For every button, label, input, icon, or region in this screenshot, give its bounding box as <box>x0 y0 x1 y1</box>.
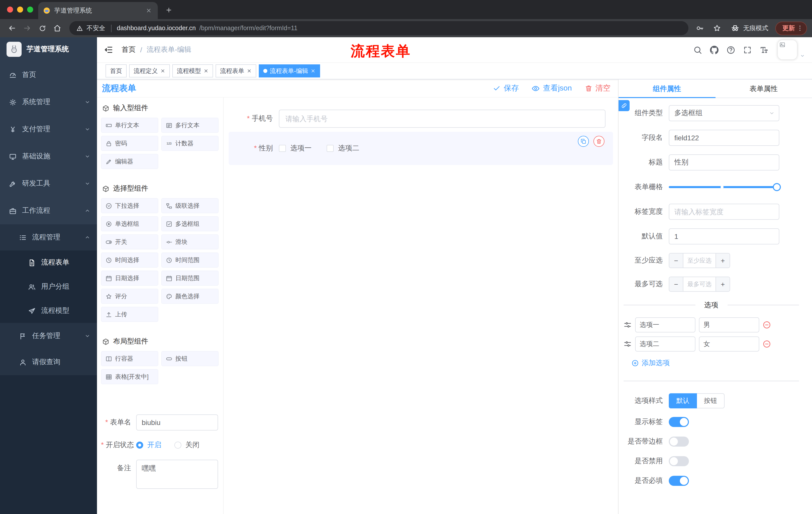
min-count-input[interactable] <box>684 253 716 268</box>
remark-textarea[interactable]: 嘿嘿 <box>136 460 218 489</box>
sidebar-item-process-management[interactable]: 流程管理 <box>0 224 97 250</box>
palette-item-single-line-text[interactable]: 单行文本 <box>101 118 158 133</box>
disabled-toggle[interactable] <box>669 456 689 466</box>
style-button-button[interactable]: 按钮 <box>697 393 725 408</box>
remove-option-button[interactable] <box>763 321 771 329</box>
close-tag-icon[interactable] <box>247 69 252 74</box>
palette-item-time-range[interactable]: 时间范围 <box>161 252 219 268</box>
menu-dots-icon[interactable] <box>796 25 804 32</box>
palette-item-radio-group[interactable]: 单选框组 <box>101 216 158 231</box>
palette-item-button[interactable]: 按钮 <box>161 351 219 366</box>
palette-item-cascader[interactable]: 级联选择 <box>161 198 219 213</box>
increase-button[interactable] <box>716 253 730 268</box>
slider-handle[interactable] <box>773 183 781 191</box>
close-tag-icon[interactable] <box>203 69 208 74</box>
help-icon[interactable] <box>727 46 735 54</box>
palette-item-checkbox-group[interactable]: 多选框组 <box>161 216 219 231</box>
palette-item-password[interactable]: 密码 <box>101 136 158 151</box>
gender-option-2[interactable]: 选项二 <box>327 144 359 153</box>
search-icon[interactable] <box>693 46 702 54</box>
option-value-input[interactable] <box>699 317 759 332</box>
close-tab-icon[interactable] <box>145 6 153 15</box>
tab-form-properties[interactable]: 表单属性 <box>715 79 812 98</box>
minimize-window-button[interactable] <box>17 6 23 12</box>
show-label-toggle[interactable] <box>669 417 689 427</box>
checkbox-box[interactable] <box>327 145 334 152</box>
fullscreen-icon[interactable] <box>743 46 752 54</box>
avatar[interactable] <box>777 40 798 60</box>
sidebar-logo[interactable]: 芋道管理系统 <box>0 37 97 61</box>
sidebar-item-leave-query[interactable]: 请假查询 <box>0 349 97 375</box>
tag-process-model[interactable]: 流程模型 <box>172 64 213 77</box>
palette-item-date-picker[interactable]: 日期选择 <box>101 271 158 286</box>
close-tag-icon[interactable] <box>311 69 316 74</box>
drag-handle-icon[interactable] <box>624 321 632 329</box>
form-name-input[interactable] <box>136 414 218 431</box>
breadcrumb-home[interactable]: 首页 <box>122 45 136 54</box>
palette-item-rate[interactable]: 评分 <box>101 289 158 304</box>
status-radio-off[interactable]: 关闭 <box>174 440 200 450</box>
palette-item-slider[interactable]: 滑块 <box>161 234 219 249</box>
sidebar-item-dev-tools[interactable]: 研发工具 <box>0 170 97 197</box>
palette-item-editor[interactable]: 编辑器 <box>101 154 158 169</box>
component-type-select[interactable]: 多选框组 <box>669 105 779 121</box>
decrease-button[interactable] <box>669 277 684 291</box>
sidebar-item-process-model[interactable]: 流程模型 <box>0 299 97 323</box>
palette-item-table[interactable]: 表格[开发中] <box>101 369 158 384</box>
default-value-input[interactable] <box>669 228 779 244</box>
option-name-input[interactable] <box>635 336 695 352</box>
phone-field-row[interactable]: 手机号 <box>229 110 613 128</box>
palette-item-color-picker[interactable]: 颜色选择 <box>161 289 219 304</box>
copy-component-button[interactable] <box>578 136 589 147</box>
border-toggle[interactable] <box>669 437 689 447</box>
new-tab-button[interactable] <box>162 3 176 17</box>
gender-option-1[interactable]: 选项一 <box>279 144 312 153</box>
sidebar-item-task-management[interactable]: 任务管理 <box>0 323 97 349</box>
increase-button[interactable] <box>716 277 730 291</box>
palette-item-switch[interactable]: 开关 <box>101 234 158 249</box>
sidebar-item-process-form[interactable]: 流程表单 <box>0 250 97 275</box>
github-icon[interactable] <box>710 46 719 54</box>
status-radio-on[interactable]: 开启 <box>136 440 161 450</box>
drag-handle-icon[interactable] <box>624 340 632 348</box>
forward-button[interactable] <box>20 21 34 35</box>
palette-item-counter[interactable]: 计数器 <box>161 136 219 151</box>
form-canvas[interactable]: 手机号 性别 <box>224 98 618 514</box>
palette-item-multiline-text[interactable]: 多行文本 <box>161 118 219 133</box>
close-tag-icon[interactable] <box>160 69 165 74</box>
field-name-input[interactable] <box>669 130 779 146</box>
close-window-button[interactable] <box>7 6 13 12</box>
remove-option-button[interactable] <box>763 340 771 348</box>
option-name-input[interactable] <box>635 317 695 332</box>
user-menu[interactable] <box>777 40 805 60</box>
tag-process-definition[interactable]: 流程定义 <box>129 64 170 77</box>
gender-field-selected[interactable]: 性别 选项一 选项二 <box>229 132 613 165</box>
address-bar[interactable]: 不安全 dashboard.yudao.iocoder.cn/bpm/manag… <box>69 21 688 35</box>
view-json-button[interactable]: 查看json <box>532 83 572 93</box>
password-key-icon[interactable] <box>693 22 706 35</box>
option-value-input[interactable] <box>699 336 759 352</box>
font-size-icon[interactable] <box>760 46 768 54</box>
sidebar-toggle-button[interactable] <box>104 45 113 54</box>
bookmark-star-icon[interactable] <box>710 22 724 35</box>
checkbox-box[interactable] <box>279 145 286 152</box>
add-option-button[interactable]: 添加选项 <box>632 359 802 368</box>
tag-process-form-edit[interactable]: 流程表单-编辑 <box>259 64 320 77</box>
home-button[interactable] <box>50 21 64 35</box>
sidebar-item-infrastructure[interactable]: 基础设施 <box>0 143 97 170</box>
delete-component-button[interactable] <box>593 136 605 147</box>
tag-process-form[interactable]: 流程表单 <box>215 64 256 77</box>
clear-button[interactable]: 清空 <box>585 83 610 93</box>
label-width-input[interactable] <box>669 204 779 220</box>
reload-button[interactable] <box>35 21 49 35</box>
palette-item-upload[interactable]: 上传 <box>101 307 158 322</box>
palette-item-row-container[interactable]: 行容器 <box>101 351 158 366</box>
security-label[interactable]: 不安全 <box>86 24 105 32</box>
sidebar-item-workflow[interactable]: 工作流程 <box>0 197 97 224</box>
maximize-window-button[interactable] <box>27 6 33 12</box>
phone-input[interactable] <box>279 110 606 128</box>
max-count-input[interactable] <box>684 277 716 291</box>
tab-component-properties[interactable]: 组件属性 <box>618 79 715 98</box>
save-button[interactable]: 保存 <box>493 83 519 93</box>
grid-slider[interactable] <box>669 179 779 195</box>
